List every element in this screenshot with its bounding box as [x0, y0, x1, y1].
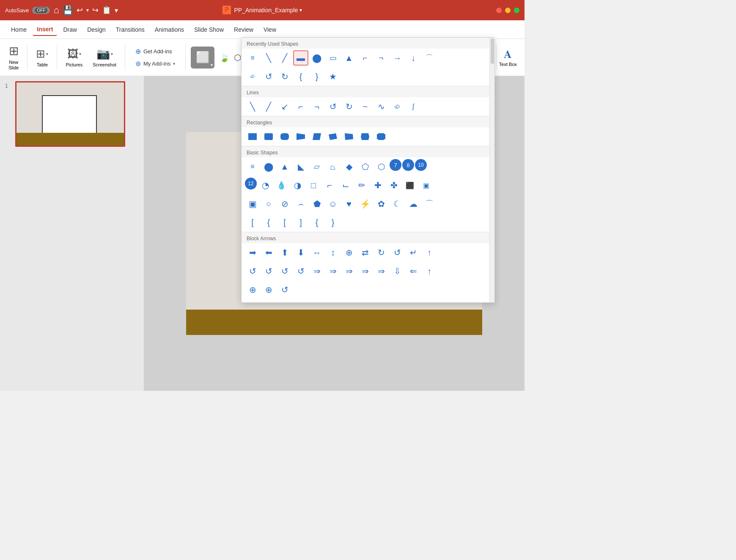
basic-pencil[interactable]: ✏: [354, 178, 369, 193]
filename-dropdown[interactable]: ▾: [299, 7, 302, 13]
menu-draw[interactable]: Draw: [59, 24, 81, 36]
undo-icon[interactable]: ↩: [77, 5, 83, 15]
arrow-loop4[interactable]: ↺: [293, 264, 308, 279]
line-wave1[interactable]: ~: [357, 99, 373, 114]
basic-diamond[interactable]: ◆: [341, 159, 357, 174]
basic-arc[interactable]: ⌢: [293, 196, 308, 211]
basic-parallelogram[interactable]: ▱: [309, 159, 324, 174]
basic-bracket2[interactable]: [: [277, 215, 292, 230]
undo-dropdown-arrow[interactable]: ▾: [86, 7, 89, 13]
arrow-notch1[interactable]: ⇒: [373, 264, 389, 279]
shape-line-diag1[interactable]: ╲: [261, 50, 276, 66]
menu-home[interactable]: Home: [7, 24, 31, 36]
basic-triangle[interactable]: ▲: [277, 159, 292, 174]
shape-arrow-down[interactable]: ↓: [406, 50, 421, 66]
minimize-btn[interactable]: [505, 8, 511, 13]
arrow-chevron1[interactable]: ⇒: [341, 264, 357, 279]
arrow-left2[interactable]: ⇐: [406, 264, 421, 279]
basic-bracket3[interactable]: ]: [293, 215, 308, 230]
basic-brace3[interactable]: }: [325, 215, 341, 230]
redo-icon[interactable]: ↪: [92, 5, 99, 15]
basic-lightning[interactable]: ⚡: [357, 196, 373, 211]
arrow-chevron2[interactable]: ⇒: [357, 264, 373, 279]
shape-arrow-right[interactable]: →: [390, 50, 405, 66]
rect-2[interactable]: [261, 129, 276, 144]
line-loop1[interactable]: ꩜: [390, 99, 405, 114]
basic-12[interactable]: 12: [245, 178, 257, 189]
basic-asterisk[interactable]: ✤: [386, 178, 401, 193]
arrow-down2[interactable]: ⇩: [390, 264, 405, 279]
autosave-toggle[interactable]: OFF: [32, 7, 50, 14]
basic-brace1[interactable]: {: [261, 215, 276, 230]
menu-view[interactable]: View: [259, 24, 280, 36]
arrow-loop2[interactable]: ↺: [261, 264, 276, 279]
more-icon[interactable]: ▾: [115, 6, 118, 14]
menu-insert[interactable]: Insert: [33, 23, 57, 36]
basic-ring[interactable]: ○: [261, 196, 276, 211]
arrow-lr-block[interactable]: ↔: [309, 245, 324, 260]
basic-heart[interactable]: ♥: [341, 196, 357, 211]
basic-wave[interactable]: ⌒: [422, 196, 437, 211]
rect-5[interactable]: [309, 129, 324, 144]
basic-10[interactable]: 10: [415, 159, 427, 171]
shape-squiggle[interactable]: ꩜: [245, 69, 260, 84]
basic-chord[interactable]: ◑: [290, 178, 305, 193]
basic-brace2[interactable]: {: [309, 215, 324, 230]
basic-sun[interactable]: ✿: [373, 196, 389, 211]
textbox-group[interactable]: 𝐀 Text Box: [496, 46, 519, 69]
basic-circle[interactable]: ⬤: [261, 159, 276, 174]
basic-callout[interactable]: ⬟: [309, 196, 324, 211]
arrow-4way2[interactable]: ⊕: [245, 282, 260, 297]
maximize-btn[interactable]: [514, 8, 519, 13]
home-icon[interactable]: ⌂: [53, 5, 59, 16]
menu-animations[interactable]: Animations: [151, 24, 188, 36]
basic-rounded-rect[interactable]: ▣: [245, 196, 260, 211]
close-btn[interactable]: [496, 8, 502, 13]
arrow-double2[interactable]: ⇒: [325, 264, 341, 279]
rect-8[interactable]: [357, 129, 373, 144]
basic-frame[interactable]: □: [306, 178, 321, 193]
arrow-diag-block[interactable]: ⊕: [341, 245, 357, 260]
menu-slideshow[interactable]: Slide Show: [190, 24, 228, 36]
arrow-ccw[interactable]: ↺: [390, 245, 405, 260]
shape-rectangle-selected[interactable]: ▬: [293, 50, 308, 66]
shape-star[interactable]: ★: [325, 69, 341, 84]
basic-7[interactable]: 7: [390, 159, 401, 171]
basic-L-shape[interactable]: ⌙: [338, 178, 353, 193]
line-diagonal2[interactable]: ╱: [261, 99, 276, 114]
basic-moon[interactable]: ☾: [390, 196, 405, 211]
arrow-loop3[interactable]: ↺: [277, 264, 292, 279]
table-group[interactable]: ⊞ ▾ Table: [33, 46, 52, 69]
basic-pie[interactable]: ◔: [258, 178, 273, 193]
shapes-button[interactable]: ⬜ ▾: [191, 47, 214, 69]
clipboard-icon[interactable]: 📋: [102, 5, 111, 15]
line-curve1[interactable]: ↺: [325, 99, 341, 114]
arrow-up3[interactable]: ↑: [422, 264, 437, 279]
basic-cube[interactable]: ▣: [418, 178, 434, 193]
arrow-left-block[interactable]: ⬅: [261, 245, 276, 260]
basic-text[interactable]: ≡: [245, 159, 260, 174]
line-elbow2[interactable]: ¬: [309, 99, 324, 114]
get-addins-btn[interactable]: ⊕ Get Add-ins: [134, 46, 177, 57]
menu-transitions[interactable]: Transitions: [112, 24, 149, 36]
shape-wave[interactable]: ↺: [261, 69, 276, 84]
line-loop2[interactable]: ∫: [406, 99, 421, 114]
basic-bracket1[interactable]: [: [245, 215, 260, 230]
basic-cylinder[interactable]: ⬛: [402, 178, 417, 193]
leaf-icon[interactable]: 🍃: [218, 51, 231, 64]
shape-oval[interactable]: ⬤: [309, 50, 324, 66]
arrow-ud-block[interactable]: ↕: [325, 245, 341, 260]
line-arrow-diag[interactable]: ↙: [277, 99, 292, 114]
arrow-cw[interactable]: ↻: [373, 245, 389, 260]
basic-8[interactable]: 8: [402, 159, 414, 171]
arrow-right-block[interactable]: ➡: [245, 245, 260, 260]
new-slide-group[interactable]: ⊞ NewSlide: [5, 42, 22, 72]
basic-right-triangle[interactable]: ◣: [293, 159, 308, 174]
basic-hexagon[interactable]: ⬡: [373, 159, 389, 174]
arrow-down-block[interactable]: ⬇: [293, 245, 308, 260]
scrollbar-thumb[interactable]: [491, 38, 494, 64]
rect-1[interactable]: [245, 129, 260, 144]
save-icon[interactable]: 💾: [63, 5, 73, 15]
arrow-double1[interactable]: ⇒: [309, 264, 324, 279]
shape-arc[interactable]: ⌒: [422, 50, 437, 66]
